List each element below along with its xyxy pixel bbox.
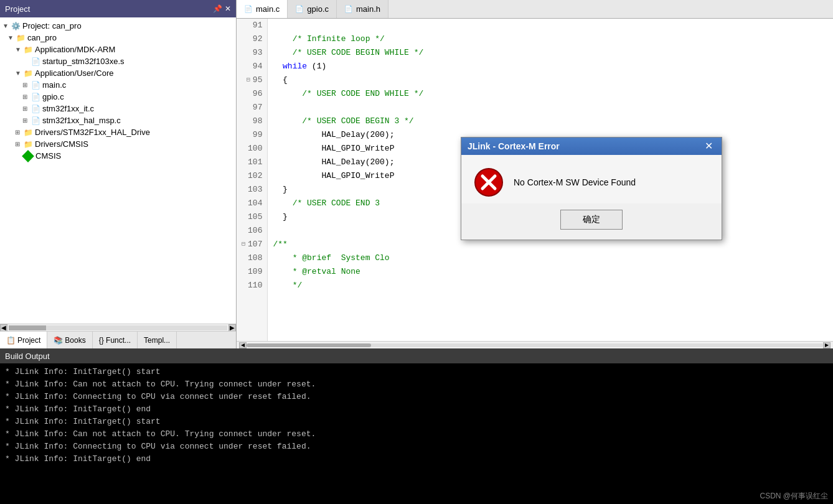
expand-hal: ⊞ [22, 117, 30, 124]
tab-books-label: Books [65, 336, 85, 345]
ln-106: 106 [242, 224, 262, 238]
tree-main-c[interactable]: ⊞ 📄 main.c [0, 79, 236, 91]
dialog-message: No Cortex-M SW Device Found [514, 177, 636, 187]
project-scrollbar[interactable]: ◀ ▶ [0, 324, 236, 331]
build-line-2: * JLink Info: Can not attach to CPU. Try… [5, 378, 828, 391]
expand-cmsis-d: ⊞ [15, 141, 22, 147]
gpio-tab-icon: 📄 [295, 5, 304, 13]
project-panel: Project 📌 ✕ ▼ ⚙️ Project: can_pro ▼ 📁 ca… [0, 0, 237, 348]
build-output-panel: Build Output * JLink Info: InitTarget() … [0, 348, 833, 504]
ln-104: 104 [242, 197, 262, 210]
build-line-5: * JLink Info: InitTarget() start [5, 416, 828, 428]
project-panel-title: Project [5, 4, 30, 14]
tree-it-c[interactable]: ⊞ 📄 stm32f1xx_it.c [0, 103, 236, 114]
tab-books[interactable]: 📚 Books [47, 332, 92, 348]
code-line-109: * @retval None [273, 265, 828, 279]
dialog-close-button[interactable]: ✕ [702, 141, 715, 151]
h-scrolltrack [9, 325, 227, 330]
expand-gpio: ⊞ [22, 93, 30, 100]
scroll-right-btn[interactable]: ▶ [228, 324, 236, 332]
tab-funct[interactable]: {} Funct... [93, 332, 138, 348]
hal-msp-label: stm32f1xx_hal_msp.c [42, 116, 121, 125]
dialog-titlebar: JLink - Cortex-M Error ✕ [461, 138, 722, 155]
hscroll-left[interactable]: ◀ [239, 342, 247, 348]
project-icon: ⚙️ [11, 22, 21, 30]
project-tree: ▼ ⚙️ Project: can_pro ▼ 📁 can_pro ▼ 📁 Ap… [0, 17, 236, 324]
editor-hscrollbar[interactable]: ◀ ▶ [237, 341, 833, 348]
dialog-footer: 确定 [461, 203, 722, 240]
build-output-content[interactable]: * JLink Info: InitTarget() start * JLink… [0, 363, 833, 504]
tree-cmsis[interactable]: CMSIS [0, 150, 236, 162]
main-h-tab-label: main.h [356, 4, 380, 14]
hal-msp-icon: 📄 [31, 116, 40, 125]
code-line-92: /* Infinite loop */ [273, 32, 828, 46]
dialog-body: No Cortex-M SW Device Found [461, 155, 722, 203]
cmsis-drivers-label: Drivers/CMSIS [35, 139, 88, 149]
tab-main-c[interactable]: 📄 main.c [237, 0, 288, 18]
code-line-93: /* USER CODE BEGIN WHILE */ [273, 46, 828, 60]
build-line-6: * JLink Info: Can not attach to CPU. Try… [5, 428, 828, 441]
hscroll-right[interactable]: ▶ [823, 342, 831, 348]
hal-drive-label: Drivers/STM32F1xx_HAL_Drive [35, 128, 150, 137]
editor-tabs: 📄 main.c 📄 gpio.c 📄 main.h [237, 0, 833, 19]
expand-core: ▼ [15, 70, 22, 77]
code-line-94: while (1) [273, 60, 828, 73]
tab-templ-label: Templ... [144, 336, 170, 345]
tree-mdk-arm[interactable]: ▼ 📁 Application/MDK-ARM [0, 44, 236, 55]
tree-startup[interactable]: 📄 startup_stm32f103xe.s [0, 55, 236, 67]
scroll-left-btn[interactable]: ◀ [0, 324, 7, 332]
cmsis-diamond-icon [22, 150, 34, 162]
tree-cmsis-drivers[interactable]: ⊞ 📁 Drivers/CMSIS [0, 138, 236, 150]
close-panel-icon[interactable]: ✕ [225, 4, 231, 13]
tree-user-core[interactable]: ▼ 📁 Application/User/Core [0, 67, 236, 79]
tree-root[interactable]: ▼ ⚙️ Project: can_pro [0, 20, 236, 32]
collapse-95[interactable]: ⊟ [247, 73, 250, 87]
tree-gpio-c[interactable]: ⊞ 📄 gpio.c [0, 91, 236, 103]
ln-107: ⊟107 [242, 238, 262, 251]
tab-templ[interactable]: Templ... [138, 332, 177, 348]
mdk-arm-label: Application/MDK-ARM [35, 45, 115, 54]
error-dialog[interactable]: JLink - Cortex-M Error ✕ No Cortex-M SW … [461, 137, 722, 240]
project-name: Project: can_pro [22, 21, 82, 30]
pin-icon[interactable]: 📌 [213, 4, 222, 13]
collapse-107[interactable]: ⊟ [242, 238, 245, 251]
tab-main-h[interactable]: 📄 main.h [337, 0, 388, 18]
it-c-icon: 📄 [31, 105, 40, 113]
ln-91: 91 [242, 19, 262, 32]
can-pro-folder-icon: 📁 [16, 34, 26, 42]
code-line-98: /* USER CODE BEGIN 3 */ [273, 114, 828, 128]
tab-project-icon: 📋 [6, 336, 16, 345]
ln-103: 103 [242, 183, 262, 197]
expand-hal-drive: ⊞ [15, 129, 22, 136]
code-line-96: /* USER CODE END WHILE */ [273, 87, 828, 101]
h-scrollthumb [9, 325, 46, 330]
build-line-8: * JLink Info: InitTarget() end [5, 453, 828, 465]
cmsis-d-folder-icon: 📁 [24, 140, 33, 149]
project-bottom-tabs: 📋 Project 📚 Books {} Funct... Templ... [0, 331, 236, 348]
expand-mdk: ▼ [15, 46, 22, 53]
tree-hal-msp[interactable]: ⊞ 📄 stm32f1xx_hal_msp.c [0, 114, 236, 126]
ln-105: 105 [242, 210, 262, 224]
tab-project[interactable]: 📋 Project [0, 332, 47, 348]
main-c-icon: 📄 [31, 81, 40, 90]
tab-project-label: Project [17, 336, 40, 345]
dialog-ok-button[interactable]: 确定 [560, 210, 623, 230]
panel-header-icons: 📌 ✕ [213, 4, 231, 13]
expand-icon: ▼ [2, 22, 10, 29]
startup-label: startup_stm32f103xe.s [42, 57, 125, 66]
expand-main: ⊞ [22, 82, 30, 88]
tab-gpio-c[interactable]: 📄 gpio.c [288, 0, 337, 18]
main-c-label: main.c [42, 80, 66, 90]
ln-94: 94 [242, 60, 262, 73]
tree-hal-drive[interactable]: ⊞ 📁 Drivers/STM32F1xx_HAL_Drive [0, 126, 236, 138]
it-c-label: stm32f1xx_it.c [42, 104, 94, 113]
ln-96: 96 [242, 87, 262, 101]
hscroll-track [247, 343, 823, 347]
ln-102: 102 [242, 169, 262, 183]
ln-97: 97 [242, 101, 262, 114]
ln-95: ⊟95 [242, 73, 262, 87]
code-line-97 [273, 101, 828, 114]
ln-99: 99 [242, 128, 262, 142]
can-pro-label: can_pro [27, 33, 57, 42]
tree-can-pro[interactable]: ▼ 📁 can_pro [0, 32, 236, 44]
